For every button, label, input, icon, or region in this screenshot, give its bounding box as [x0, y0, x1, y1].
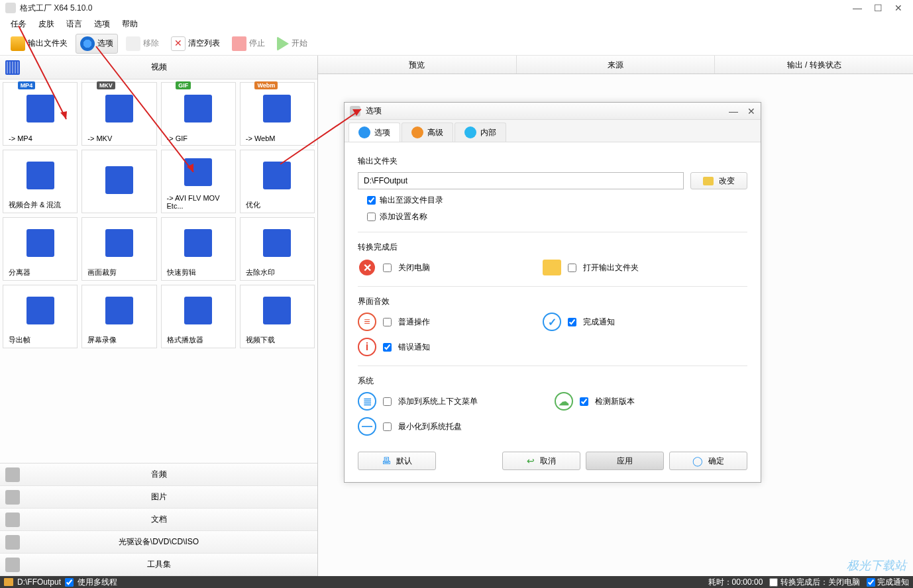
menu-bar: 任务 皮肤 语言 选项 帮助	[0, 16, 913, 32]
opt-error-notify-label: 错误通知	[398, 342, 430, 353]
change-folder-button[interactable]: 改变	[690, 172, 747, 189]
grid-item-label: 去除水印	[243, 265, 311, 277]
category-2[interactable]: 文档	[0, 509, 317, 531]
default-button[interactable]: 🖶默认	[358, 452, 436, 470]
output-path-input[interactable]	[358, 172, 684, 189]
grid-item-label: 快速剪辑	[164, 265, 233, 277]
tab-internal[interactable]: 内部	[455, 122, 506, 142]
menu-help[interactable]: 帮助	[122, 19, 138, 30]
chk-error-notify[interactable]	[383, 343, 392, 352]
apply-button[interactable]: 应用	[586, 452, 664, 470]
tab-options-label: 选项	[374, 127, 390, 138]
grid-item-12[interactable]: 导出帧	[3, 285, 78, 348]
window-title: 格式工厂 X64 5.10.0	[20, 3, 853, 14]
category-0[interactable]: 音频	[0, 464, 317, 486]
category-1[interactable]: 图片	[0, 486, 317, 509]
category-4[interactable]: 工具集	[0, 554, 317, 576]
start-icon	[277, 36, 289, 51]
cancel-button[interactable]: ↩取消	[502, 452, 580, 470]
dialog-title-bar[interactable]: 选项 — ✕	[345, 103, 761, 120]
chk-add-name[interactable]	[367, 213, 376, 221]
format-badge: MP4	[18, 81, 36, 89]
toolbar: 输出文件夹 选项 移除 清空列表 停止 开始	[0, 32, 913, 56]
grid-item-14[interactable]: 格式播放器	[161, 285, 236, 348]
chk-output-src-label: 输出至源文件目录	[380, 195, 443, 206]
chk-minimize-tray[interactable]	[383, 422, 392, 431]
grid-item-label: 导出帧	[6, 332, 74, 345]
chk-after-action[interactable]	[769, 578, 778, 587]
opt-open-output-label: 打开输出文件夹	[583, 262, 639, 273]
start-button[interactable]: 开始	[273, 34, 311, 53]
category-video-header[interactable]: 视频	[0, 56, 317, 79]
col-source[interactable]: 来源	[517, 56, 716, 74]
format-badge: MKV	[97, 81, 115, 89]
check-icon: ◯	[692, 456, 703, 466]
dialog-close-button[interactable]: ✕	[747, 106, 755, 117]
menu-skin[interactable]: 皮肤	[38, 19, 54, 30]
status-path[interactable]: D:\FFOutput	[17, 577, 61, 587]
window-controls: — ☐ ✕	[853, 3, 908, 13]
category-icon	[5, 535, 20, 550]
grid-item-9[interactable]: 画面裁剪	[81, 217, 156, 281]
status-notify-label: 完成通知	[877, 577, 909, 587]
grid-item-7[interactable]: 优化	[240, 150, 315, 213]
menu-task[interactable]: 任务	[11, 19, 27, 30]
chk-output-src[interactable]	[367, 196, 376, 205]
grid-item-5[interactable]	[81, 150, 156, 213]
dialog-body: 输出文件夹 改变 输出至源文件目录 添加设置名称 转换完成后 ✕关闭电脑 打开输…	[345, 142, 761, 442]
chk-check-update[interactable]	[580, 397, 588, 406]
minimize-button[interactable]: —	[853, 3, 862, 13]
col-preview[interactable]: 预览	[318, 56, 517, 74]
app-icon	[5, 3, 16, 13]
chk-status-notify[interactable]	[867, 578, 875, 587]
col-output-status[interactable]: 输出 / 转换状态	[715, 56, 913, 74]
chk-normal-sound[interactable]	[383, 318, 392, 326]
chk-shutdown[interactable]	[383, 264, 392, 272]
grid-item-label: -> MP4	[6, 132, 74, 142]
stop-button[interactable]: 停止	[228, 34, 269, 53]
grid-item-15[interactable]: 视频下载	[240, 285, 315, 348]
opt-check-update-label: 检测新版本	[595, 396, 635, 407]
grid-item-6[interactable]: -> AVI FLV MOV Etc...	[161, 150, 236, 213]
folder-icon[interactable]	[4, 578, 13, 586]
category-3[interactable]: 光驱设备\DVD\CD\ISO	[0, 531, 317, 554]
close-button[interactable]: ✕	[894, 3, 902, 13]
tab-options[interactable]: 选项	[349, 122, 400, 142]
cancel-label: 取消	[540, 456, 556, 467]
options-button[interactable]: 选项	[76, 34, 118, 54]
clear-button[interactable]: 清空列表	[167, 34, 224, 53]
grid-item-2[interactable]: GIF-> GIF	[161, 82, 236, 146]
ok-button[interactable]: ◯确定	[669, 452, 747, 470]
opt-shutdown-label: 关闭电脑	[398, 262, 430, 273]
maximize-button[interactable]: ☐	[874, 3, 883, 13]
grid-item-label: 格式播放器	[164, 332, 233, 345]
grid-item-3[interactable]: Webm-> WebM	[240, 82, 315, 146]
bottom-categories: 音频图片文档光驱设备\DVD\CD\ISO工具集	[0, 463, 317, 576]
grid-item-11[interactable]: 去除水印	[240, 217, 315, 281]
chk-context-menu[interactable]	[383, 397, 392, 406]
grid-item-0[interactable]: MP4-> MP4	[3, 82, 78, 146]
grid-item-label	[85, 207, 153, 210]
status-bar: D:\FFOutput 使用多线程 耗时：00:00:00 转换完成后：关闭电脑…	[0, 576, 913, 588]
watermark: 极光下载站	[847, 558, 906, 573]
chk-add-name-label: 添加设置名称	[380, 211, 427, 222]
dialog-minimize-button[interactable]: —	[729, 106, 738, 117]
category-label: 图片	[151, 491, 167, 503]
grid-item-label: 优化	[243, 197, 311, 210]
grid-item-4[interactable]: 视频合并 & 混流	[3, 150, 78, 213]
grid-item-13[interactable]: 屏幕录像	[81, 285, 156, 348]
grid-item-10[interactable]: 快速剪辑	[161, 217, 236, 281]
menu-language[interactable]: 语言	[66, 19, 82, 30]
chk-multithread[interactable]	[65, 578, 74, 587]
grid-item-8[interactable]: 分离器	[3, 217, 78, 281]
elapsed-label: 耗时：00:00:00	[708, 577, 763, 588]
output-folder-button[interactable]: 输出文件夹	[7, 34, 72, 53]
chk-done-notify[interactable]	[568, 318, 576, 326]
grid-item-label: -> WebM	[243, 132, 311, 142]
category-label: 音频	[151, 469, 167, 480]
chk-open-output[interactable]	[568, 264, 576, 272]
menu-options[interactable]: 选项	[94, 19, 110, 30]
grid-item-1[interactable]: MKV-> MKV	[81, 82, 156, 146]
remove-button[interactable]: 移除	[122, 34, 163, 53]
tab-advanced[interactable]: 高级	[402, 122, 453, 142]
